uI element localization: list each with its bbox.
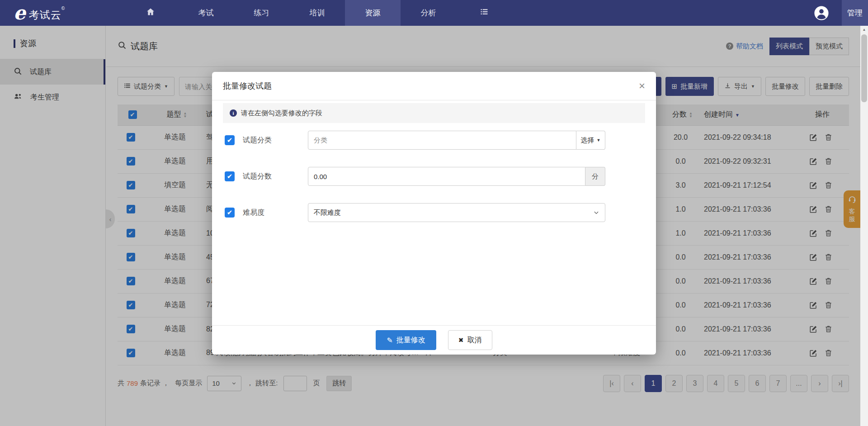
scroll-up-arrow[interactable]: ▲ (860, 26, 868, 33)
nav-right: 管理 (814, 0, 868, 26)
home-icon (146, 7, 155, 19)
difficulty-select[interactable]: 不限难度 (308, 203, 605, 222)
modal-cancel-label: 取消 (467, 336, 482, 345)
logo-copyright: © (61, 6, 65, 11)
modal-footer: ✎ 批量修改 ✖ 取消 (212, 325, 656, 355)
nav-label-training: 培训 (310, 8, 325, 18)
top-navbar: e 考试云 © 考试 练习 培训 资源 分析 管理 (0, 0, 868, 26)
modal-submit-label: 批量修改 (396, 336, 425, 345)
nav-label-practice: 练习 (254, 8, 269, 18)
difficulty-field-label: 难易度 (243, 208, 308, 218)
modal-submit-button[interactable]: ✎ 批量修改 (376, 330, 436, 350)
field-row-category: ✔ 试题分类 选择 ▼ (223, 131, 645, 150)
chevron-down-icon (593, 209, 599, 216)
difficulty-field-checkbox[interactable]: ✔ (225, 208, 235, 218)
page-scrollbar[interactable]: ▲ (860, 26, 868, 426)
caret-down-icon: ▼ (597, 138, 601, 142)
category-value-input[interactable] (308, 131, 576, 150)
score-field-label: 试题分数 (243, 172, 308, 181)
batch-edit-modal: 批量修改试题 × i 请在左侧勾选要修改的字段 ✔ 试题分类 选择 ▼ (212, 72, 656, 355)
close-icon[interactable]: × (639, 80, 645, 91)
nav-item-resource[interactable]: 资源 (345, 0, 401, 26)
score-input-group: 分 (308, 167, 605, 186)
scrollbar-thumb[interactable] (861, 34, 867, 102)
field-row-score: ✔ 试题分数 分 (223, 167, 645, 186)
category-field-label: 试题分类 (243, 136, 308, 145)
category-select-button[interactable]: 选择 ▼ (576, 131, 605, 150)
cancel-x-icon: ✖ (458, 336, 464, 344)
modal-cancel-button[interactable]: ✖ 取消 (448, 330, 492, 350)
nav-item-exam[interactable]: 考试 (178, 0, 234, 26)
nav-label-resource: 资源 (365, 8, 381, 18)
nav-item-analysis[interactable]: 分析 (401, 0, 456, 26)
pencil-icon: ✎ (387, 336, 392, 345)
score-field-checkbox[interactable]: ✔ (225, 171, 235, 181)
category-field-checkbox[interactable]: ✔ (225, 135, 235, 145)
category-input-group: 选择 ▼ (308, 131, 605, 150)
difficulty-selected-value: 不限难度 (314, 208, 341, 217)
logo-e-mark: e (14, 4, 26, 22)
modal-info-text: 请在左侧勾选要修改的字段 (241, 109, 322, 118)
category-select-label: 选择 (581, 136, 594, 145)
score-value-input[interactable] (308, 167, 585, 186)
logo-text: 考试云 (29, 8, 61, 22)
info-icon: i (230, 109, 237, 117)
nav-item-admin[interactable]: 管理 (842, 0, 868, 26)
modal-header: 批量修改试题 × (212, 72, 656, 100)
menu-list-icon (480, 7, 489, 19)
nav-label-exam: 考试 (198, 8, 214, 18)
admin-label: 管理 (847, 8, 863, 18)
field-row-difficulty: ✔ 难易度 不限难度 (223, 203, 645, 222)
app-logo[interactable]: e 考试云 © (14, 4, 65, 22)
avatar[interactable] (814, 5, 829, 21)
score-unit-addon: 分 (585, 167, 605, 186)
modal-body: i 请在左侧勾选要修改的字段 ✔ 试题分类 选择 ▼ ✔ 试题分数 (212, 100, 656, 325)
nav-label-analysis: 分析 (421, 8, 436, 18)
modal-title: 批量修改试题 (223, 80, 272, 91)
nav-item-home[interactable] (123, 0, 178, 26)
modal-info-bar: i 请在左侧勾选要修改的字段 (223, 103, 645, 123)
nav-menu: 考试 练习 培训 资源 分析 (123, 0, 512, 26)
screen: e 考试云 © 考试 练习 培训 资源 分析 管理 资源 试题库 (0, 0, 868, 426)
nav-item-practice[interactable]: 练习 (234, 0, 289, 26)
nav-item-training[interactable]: 培训 (289, 0, 345, 26)
nav-item-more[interactable] (456, 0, 512, 26)
